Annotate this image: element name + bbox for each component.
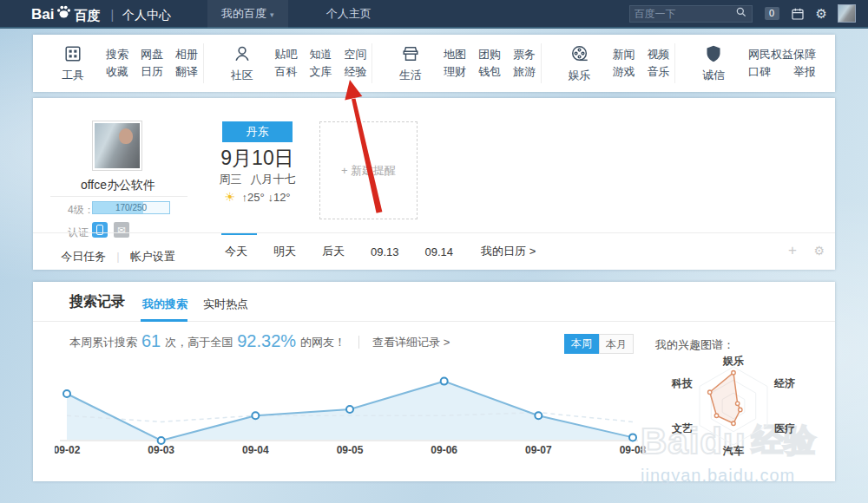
grid-link-column: 视频音乐 — [648, 46, 670, 81]
this-week-button[interactable]: 本周 — [564, 334, 599, 354]
baidu-logo[interactable]: Bai 百度 | 个人中心 — [31, 3, 171, 23]
grid-lead-community[interactable]: 社区 — [221, 44, 263, 83]
grid-link[interactable]: 钱包 — [478, 63, 501, 81]
weather-weekday-lunar: 周三八月十七 — [201, 172, 314, 187]
grid-link[interactable]: 贴吧 — [275, 46, 298, 63]
grid-link[interactable]: 旅游 — [513, 63, 536, 81]
grid-link[interactable]: 地图 — [444, 46, 466, 63]
grid-link-column: 团购钱包 — [478, 46, 501, 81]
data-point-09-08[interactable] — [629, 434, 636, 441]
grid-link[interactable]: 音乐 — [648, 63, 670, 81]
rights-protection-block: 网民权益保障口碑举报 — [748, 46, 816, 81]
calendar-icon[interactable] — [791, 7, 805, 21]
grid-link[interactable]: 网盘 — [141, 46, 163, 63]
data-point-09-02[interactable] — [63, 390, 70, 397]
grid-lead-label: 娱乐 — [569, 68, 591, 83]
grid-lead-tools[interactable]: 工具 — [52, 44, 94, 83]
section-title: 搜索记录 — [69, 293, 125, 311]
day-tabs: 今天明天后天09.1309.14我的日历 > — [33, 232, 835, 270]
radar-axis-label-文艺: 文艺 — [671, 422, 693, 434]
grid-link[interactable]: 空间 — [345, 46, 367, 63]
my-calendar-link[interactable]: 我的日历 > — [481, 244, 536, 259]
grid-link-column: 票务旅游 — [513, 46, 536, 81]
weather-gear-icon[interactable]: ⚙ — [813, 244, 825, 258]
baidu-paw-icon — [56, 3, 72, 23]
nav-personal-homepage[interactable]: 个人主页 — [312, 0, 385, 28]
search-input[interactable] — [635, 8, 735, 20]
gear-icon[interactable]: ⚙ — [816, 6, 827, 22]
grid-link[interactable]: 百科 — [275, 63, 298, 81]
grid-link[interactable]: 经验 — [345, 63, 367, 81]
grid-link-column: 贴吧百科 — [275, 46, 298, 81]
grid-link[interactable]: 知道 — [310, 46, 332, 63]
radar-point-文艺 — [714, 414, 718, 417]
search-records-card: 搜索记录 我的搜索 实时热点 本周累计搜索 61 次，高于全国 92.32% 的… — [33, 282, 835, 481]
grid-lead-life[interactable]: 生活 — [390, 44, 431, 83]
radar-point-科技 — [708, 390, 712, 394]
profile-avatar[interactable] — [92, 121, 142, 171]
x-tick-label: 09-08 — [620, 444, 647, 456]
day-tab-1[interactable]: 今天 — [225, 244, 247, 259]
page-title: 个人中心 — [122, 7, 171, 23]
icon-grid-group-life: 生活地图理财团购钱包票务旅游 — [372, 43, 539, 83]
x-tick-label: 09-04 — [242, 444, 269, 456]
grid-link[interactable]: 口碑 — [748, 63, 771, 81]
rights-links-row: 口碑举报 — [748, 63, 816, 81]
grid-link[interactable]: 翻译 — [175, 63, 198, 81]
data-point-09-07[interactable] — [535, 412, 542, 419]
add-icon[interactable]: + — [788, 242, 797, 259]
grid-lead-entertainment[interactable]: 娱乐 — [559, 44, 601, 83]
grid-link-column: 相册翻译 — [175, 46, 198, 81]
radar-axis-label-医疗: 医疗 — [774, 422, 795, 434]
icon-grid-group-integrity: 诚信网民权益保障口碑举报 — [674, 43, 819, 83]
grid-link[interactable]: 视频 — [648, 46, 670, 63]
day-tab-5[interactable]: 09.14 — [425, 245, 454, 258]
data-point-09-03[interactable] — [158, 437, 165, 444]
grid-link[interactable]: 日历 — [141, 63, 163, 81]
grid-link[interactable]: 网民权益保障 — [748, 46, 816, 63]
navbar-avatar[interactable] — [838, 4, 856, 23]
grid-link[interactable]: 游戏 — [613, 63, 635, 81]
new-reminder-box[interactable]: + 新建提醒 — [319, 121, 418, 219]
grid-link[interactable]: 文库 — [310, 63, 332, 81]
nav-my-baidu[interactable]: 我的百度▾ — [207, 0, 288, 28]
icon-grid-group-community: 社区贴吧百科知道文库空间经验 — [203, 43, 371, 83]
grid-link[interactable]: 票务 — [513, 46, 536, 63]
day-tab-3[interactable]: 后天 — [322, 244, 345, 259]
weekly-search-line-chart: 09-0209-0309-0409-0509-0609-0709-08 — [55, 360, 671, 457]
tab-my-searches[interactable]: 我的搜索 — [142, 297, 187, 312]
interest-radar-chart: 娱乐经济医疗汽车文艺科技 — [660, 349, 820, 475]
this-month-button[interactable]: 本月 — [599, 334, 634, 354]
grid-link[interactable]: 收藏 — [106, 63, 128, 81]
entertainment-reel-icon — [570, 44, 589, 67]
data-point-09-05[interactable] — [346, 406, 353, 413]
city-button[interactable]: 丹东 — [222, 121, 293, 142]
grid-link[interactable]: 搜索 — [106, 46, 128, 63]
notification-badge[interactable]: 0 — [765, 7, 779, 20]
radar-point-汽车 — [732, 421, 735, 425]
grid-link[interactable]: 相册 — [175, 46, 198, 63]
grid-link[interactable]: 团购 — [478, 46, 501, 63]
level-progress-text: 170/250 — [93, 202, 169, 213]
grid-lead-integrity[interactable]: 诚信 — [693, 44, 734, 83]
active-tab-underline — [141, 319, 187, 322]
grid-lead-label: 诚信 — [702, 68, 725, 83]
radar-axis-label-科技: 科技 — [671, 377, 693, 389]
x-tick-label: 09-03 — [148, 444, 174, 456]
view-details-link[interactable]: 查看详细记录 > — [372, 335, 450, 350]
data-point-09-04[interactable] — [252, 412, 259, 419]
tab-realtime-hot[interactable]: 实时热点 — [203, 297, 248, 312]
grid-link[interactable]: 举报 — [793, 63, 816, 81]
grid-link-column: 网盘日历 — [141, 46, 163, 81]
data-point-09-06[interactable] — [441, 378, 448, 385]
sun-icon: ☀ — [224, 190, 235, 204]
integrity-shield-icon — [704, 44, 723, 67]
search-icon[interactable] — [735, 6, 747, 22]
radar-point-娱乐 — [732, 371, 735, 375]
day-tab-4[interactable]: 09.13 — [371, 245, 399, 258]
divider — [50, 196, 187, 197]
grid-link[interactable]: 新闻 — [613, 46, 635, 63]
search-count: 61 — [141, 331, 161, 351]
grid-link[interactable]: 理财 — [444, 63, 466, 81]
day-tab-2[interactable]: 明天 — [273, 244, 296, 259]
